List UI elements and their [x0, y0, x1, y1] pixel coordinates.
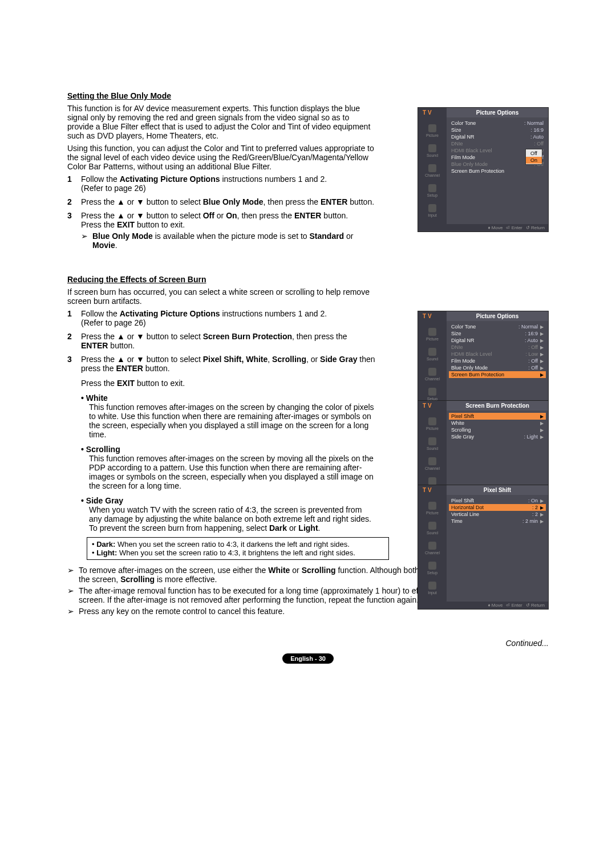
paragraph: This function is for AV device measureme…	[67, 104, 375, 140]
feature-sidegray-header: • Side Gray	[81, 496, 375, 505]
chevron-right-icon: ▶	[540, 324, 544, 330]
note-arrow-icon: ➢	[67, 566, 79, 584]
note-arrow-icon: ➢	[67, 607, 79, 616]
menu-title: Picture Options	[447, 108, 548, 117]
menu-footer: ♦ Move⏎ Enter↺ Return	[418, 224, 548, 231]
feature-scrolling-body: This function removes after-images on th…	[89, 454, 375, 490]
step-number: 3	[67, 211, 81, 252]
dropdown-blue-only: Off On	[525, 149, 542, 165]
feature-sidegray-body: When you watch TV with the screen ratio …	[89, 505, 375, 523]
tv-menu-picture-options-1: T VPicture Options Picture Sound Channel…	[418, 107, 549, 232]
section-title: Setting the Blue Only Mode	[67, 91, 549, 100]
menu-sidebar: Picture Sound Channel Setup Input	[418, 117, 447, 224]
step-2: 2 Press the ▲ or ▼ button to select Blue…	[67, 197, 375, 206]
note-arrow-icon: ➢	[67, 586, 79, 604]
tv-menu-pixel-shift: T VPixel Shift Picture Sound Channel Set…	[418, 485, 549, 610]
page-number: English - 30	[282, 653, 334, 664]
step-1: 1 Follow the Activating Picture Options …	[67, 309, 375, 327]
step-number: 1	[67, 174, 81, 193]
step-3: 3 Press the ▲ or ▼ button to select Pixe…	[67, 355, 375, 533]
feature-white-body: This function removes after-images on th…	[89, 403, 375, 439]
step-1: 1 Follow the Activating Picture Options …	[67, 174, 375, 193]
feature-scrolling-header: • Scrolling	[81, 445, 375, 454]
continued-label: Continued...	[67, 639, 549, 648]
step-2: 2 Press the ▲ or ▼ button to select Scre…	[67, 332, 375, 350]
paragraph: Using this function, you can adjust the …	[67, 144, 375, 171]
note-arrow-icon: ➢	[81, 231, 92, 250]
paragraph: If screen burn has occurred, you can sel…	[67, 287, 375, 306]
section-title: Reducing the Effects of Screen Burn	[67, 275, 549, 284]
step-number: 2	[67, 197, 81, 206]
tv-label: T V	[418, 108, 447, 117]
page-footer: English - 30	[67, 648, 549, 664]
menu-options: Color Tone: Normal Size: 16:9 Digital NR…	[447, 117, 548, 224]
step-3: 3 Press the ▲ or ▼ button to select Off …	[67, 211, 375, 252]
feature-white-header: • White	[81, 393, 375, 403]
info-box: • Dark: When you set the screen ratio to…	[87, 537, 389, 560]
